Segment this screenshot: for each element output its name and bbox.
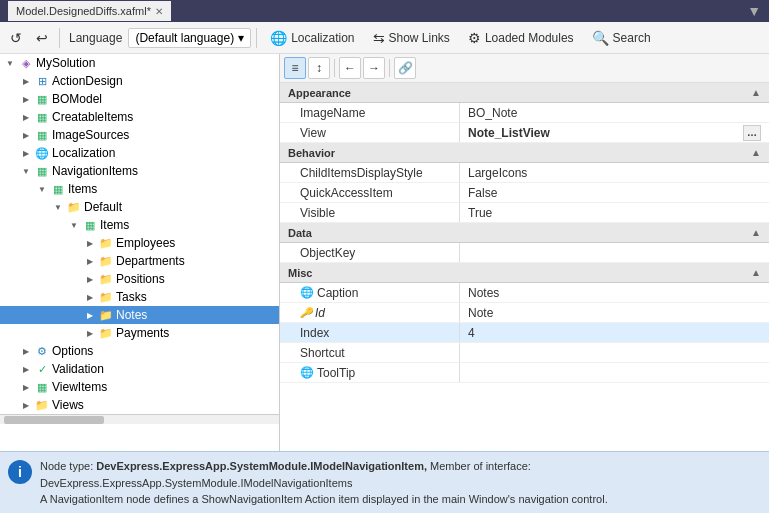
tree-item-actiondesign[interactable]: ▶ ⊞ ActionDesign [0, 72, 279, 90]
search-label: Search [613, 31, 651, 45]
validation-icon: ✓ [34, 361, 50, 377]
expander-navigationitems[interactable]: ▼ [18, 163, 34, 179]
expander-imagesources[interactable]: ▶ [18, 127, 34, 143]
prop-value-childitemsdisplaystyle[interactable]: LargeIcons [460, 163, 769, 182]
prop-value-index[interactable]: 4 [460, 323, 769, 342]
tree-item-validation[interactable]: ▶ ✓ Validation [0, 360, 279, 378]
prop-value-tooltip[interactable] [460, 363, 769, 382]
prop-label-id: 🔑 Id [280, 303, 460, 322]
expander-mysolution[interactable]: ▼ [2, 55, 18, 71]
editor-tab[interactable]: Model.DesignedDiffs.xafml* ✕ [8, 1, 171, 21]
back-button[interactable]: ← [339, 57, 361, 79]
tree-item-notes[interactable]: ▶ 📁 Notes [0, 306, 279, 324]
prop-row-shortcut: Shortcut [280, 343, 769, 363]
expander-localization[interactable]: ▶ [18, 145, 34, 161]
navigationitems-icon: ▦ [34, 163, 50, 179]
pin-button[interactable]: ▼ [747, 3, 761, 19]
tree-item-default[interactable]: ▼ 📁 Default [0, 198, 279, 216]
main-content: ▼ ◈ MySolution ▶ ⊞ ActionDesign ▶ ▦ BOMo… [0, 54, 769, 451]
tree-item-viewitems[interactable]: ▶ ▦ ViewItems [0, 378, 279, 396]
search-button[interactable]: 🔍 Search [584, 28, 659, 48]
expander-notes[interactable]: ▶ [82, 307, 98, 323]
prop-value-quickaccessitem[interactable]: False [460, 183, 769, 202]
tree-item-mysolution[interactable]: ▼ ◈ MySolution [0, 54, 279, 72]
actiondesign-icon: ⊞ [34, 73, 50, 89]
expander-positions[interactable]: ▶ [82, 271, 98, 287]
prop-label-objectkey: ObjectKey [280, 243, 460, 262]
tree-item-tasks[interactable]: ▶ 📁 Tasks [0, 288, 279, 306]
prop-value-imagename[interactable]: BO_Note [460, 103, 769, 122]
prop-row-view: View Note_ListView … [280, 123, 769, 143]
section-misc-toggle[interactable]: ▲ [751, 267, 761, 278]
tree-item-bomodel[interactable]: ▶ ▦ BOModel [0, 90, 279, 108]
tree-item-imagesources[interactable]: ▶ ▦ ImageSources [0, 126, 279, 144]
expander-departments[interactable]: ▶ [82, 253, 98, 269]
view-picker-button[interactable]: … [743, 125, 761, 141]
expander-items-l2[interactable]: ▼ [34, 181, 50, 197]
show-links-label: Show Links [389, 31, 450, 45]
tree-item-options[interactable]: ▶ ⚙ Options [0, 342, 279, 360]
link-button[interactable]: 🔗 [394, 57, 416, 79]
expander-tasks[interactable]: ▶ [82, 289, 98, 305]
tree-item-employees[interactable]: ▶ 📁 Employees [0, 234, 279, 252]
tree-item-departments[interactable]: ▶ 📁 Departments [0, 252, 279, 270]
tree-item-items-l2[interactable]: ▼ ▦ Items [0, 180, 279, 198]
refresh-button[interactable]: ↺ [4, 26, 28, 50]
loaded-modules-icon: ⚙ [468, 30, 481, 46]
prop-value-view[interactable]: Note_ListView … [460, 123, 769, 142]
tree-item-positions[interactable]: ▶ 📁 Positions [0, 270, 279, 288]
sorted-view-button[interactable]: ↕ [308, 57, 330, 79]
expander-options[interactable]: ▶ [18, 343, 34, 359]
expander-payments[interactable]: ▶ [82, 325, 98, 341]
expander-items-l4[interactable]: ▼ [66, 217, 82, 233]
tree-item-creatableitems[interactable]: ▶ ▦ CreatableItems [0, 108, 279, 126]
expander-creatableitems[interactable]: ▶ [18, 109, 34, 125]
localization-button[interactable]: 🌐 Localization [262, 28, 362, 48]
prop-label-caption: 🌐 Caption [280, 283, 460, 302]
tree-item-navigationitems[interactable]: ▼ ▦ NavigationItems [0, 162, 279, 180]
prop-value-caption[interactable]: Notes [460, 283, 769, 302]
section-appearance-toggle[interactable]: ▲ [751, 87, 761, 98]
tree-label-imagesources: ImageSources [52, 128, 129, 142]
prop-value-shortcut[interactable] [460, 343, 769, 362]
tree-label-payments: Payments [116, 326, 169, 340]
prop-value-id[interactable]: Note [460, 303, 769, 322]
undo-button[interactable]: ↩ [30, 26, 54, 50]
tree-label-departments: Departments [116, 254, 185, 268]
expander-actiondesign[interactable]: ▶ [18, 73, 34, 89]
tree-item-views[interactable]: ▶ 📁 Views [0, 396, 279, 414]
tree-item-items-l4[interactable]: ▼ ▦ Items [0, 216, 279, 234]
info-member-prefix: Member of interface: [430, 460, 531, 472]
section-data-toggle[interactable]: ▲ [751, 227, 761, 238]
expander-viewitems[interactable]: ▶ [18, 379, 34, 395]
prop-value-visible[interactable]: True [460, 203, 769, 222]
show-links-button[interactable]: ⇆ Show Links [365, 28, 458, 48]
tree-item-payments[interactable]: ▶ 📁 Payments [0, 324, 279, 342]
language-select[interactable]: (Default language) ▾ [128, 28, 251, 48]
expander-views[interactable]: ▶ [18, 397, 34, 413]
forward-button[interactable]: → [363, 57, 385, 79]
section-behavior-toggle[interactable]: ▲ [751, 147, 761, 158]
payments-icon: 📁 [98, 325, 114, 341]
section-data-label: Data [288, 227, 312, 239]
prop-value-objectkey[interactable] [460, 243, 769, 262]
expander-validation[interactable]: ▶ [18, 361, 34, 377]
hscrollbar-thumb[interactable] [4, 416, 104, 424]
tree-item-localization[interactable]: ▶ 🌐 Localization [0, 144, 279, 162]
expander-bomodel[interactable]: ▶ [18, 91, 34, 107]
show-links-icon: ⇆ [373, 30, 385, 46]
prop-label-visible: Visible [280, 203, 460, 222]
categorized-view-button[interactable]: ≡ [284, 57, 306, 79]
tree-hscrollbar[interactable] [0, 414, 279, 424]
id-key-icon: 🔑 [300, 307, 312, 318]
expander-default[interactable]: ▼ [50, 199, 66, 215]
tree-label-actiondesign: ActionDesign [52, 74, 123, 88]
loaded-modules-button[interactable]: ⚙ Loaded Modules [460, 28, 582, 48]
section-misc-label: Misc [288, 267, 312, 279]
tree-label-viewitems: ViewItems [52, 380, 107, 394]
prop-label-tooltip: 🌐 ToolTip [280, 363, 460, 382]
expander-employees[interactable]: ▶ [82, 235, 98, 251]
prop-row-tooltip: 🌐 ToolTip [280, 363, 769, 383]
close-tab-button[interactable]: ✕ [155, 6, 163, 17]
tree-label-employees: Employees [116, 236, 175, 250]
